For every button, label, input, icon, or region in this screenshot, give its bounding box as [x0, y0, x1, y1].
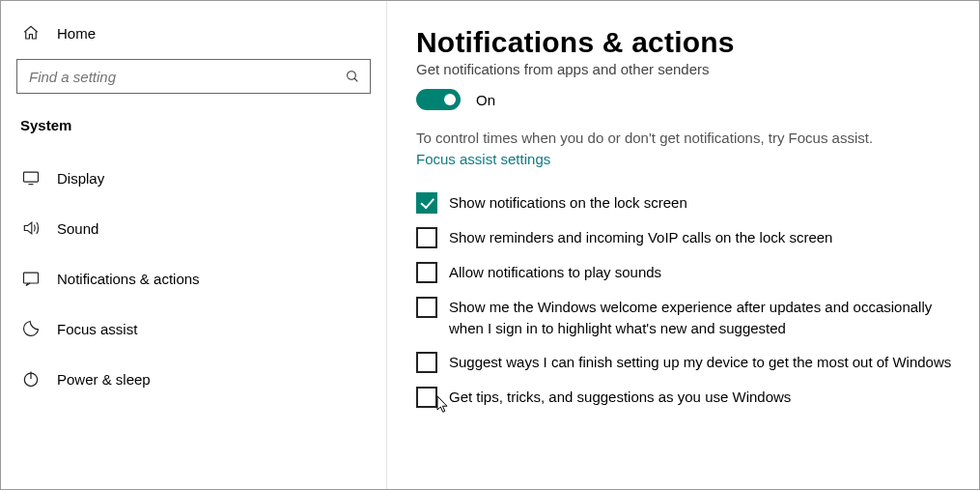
checkbox-icon[interactable] [416, 352, 437, 373]
option-tips-tricks[interactable]: Get tips, tricks, and suggestions as you… [416, 387, 956, 408]
checkbox-icon[interactable] [416, 387, 437, 408]
home-icon [20, 24, 42, 42]
option-label: Show reminders and incoming VoIP calls o… [449, 227, 832, 248]
display-icon [20, 168, 42, 187]
sidebar: Home System Display Sound [1, 1, 387, 489]
sidebar-item-label: Power & sleep [57, 371, 151, 388]
notifications-icon [20, 269, 42, 288]
page-title: Notifications & actions [416, 26, 956, 59]
main-content: Notifications & actions Get notification… [387, 1, 979, 489]
power-icon [20, 369, 42, 389]
toggle-state-label: On [476, 92, 495, 108]
sidebar-item-notifications[interactable]: Notifications & actions [1, 253, 386, 303]
sidebar-item-label: Display [57, 170, 104, 187]
option-label: Show me the Windows welcome experience a… [449, 297, 956, 339]
focus-assist-link[interactable]: Focus assist settings [416, 151, 956, 167]
checkbox-icon[interactable] [416, 297, 437, 318]
sidebar-item-label: Focus assist [57, 321, 137, 337]
checkbox-icon[interactable] [416, 262, 437, 283]
svg-line-1 [354, 78, 357, 81]
home-label: Home [57, 25, 96, 42]
search-icon [345, 69, 360, 84]
option-voip-lockscreen[interactable]: Show reminders and incoming VoIP calls o… [416, 227, 956, 248]
group-header-system: System [1, 111, 386, 153]
sidebar-item-focus-assist[interactable]: Focus assist [1, 303, 386, 354]
option-welcome-experience[interactable]: Show me the Windows welcome experience a… [416, 297, 956, 339]
option-play-sounds[interactable]: Allow notifications to play sounds [416, 262, 956, 283]
sidebar-item-sound[interactable]: Sound [1, 203, 386, 253]
focus-assist-hint: To control times when you do or don't ge… [416, 128, 956, 149]
subtitle-cutoff: Get notifications from apps and other se… [416, 61, 956, 77]
sidebar-item-label: Notifications & actions [57, 271, 200, 287]
option-label: Allow notifications to play sounds [449, 262, 661, 283]
option-label: Show notifications on the lock screen [449, 192, 687, 214]
focus-assist-icon [20, 319, 42, 338]
checkbox-icon[interactable] [416, 192, 437, 214]
checkbox-icon[interactable] [416, 227, 437, 248]
sidebar-item-display[interactable]: Display [1, 153, 386, 203]
svg-rect-2 [24, 172, 39, 182]
sound-icon [20, 218, 42, 238]
toggle-knob [444, 94, 456, 105]
home-link[interactable]: Home [1, 18, 386, 59]
search-box[interactable] [16, 59, 371, 94]
option-label: Suggest ways I can finish setting up my … [449, 352, 951, 373]
notifications-toggle[interactable] [416, 89, 461, 110]
option-lock-screen-notifications[interactable]: Show notifications on the lock screen [416, 192, 956, 214]
option-label: Get tips, tricks, and suggestions as you… [449, 387, 791, 408]
option-finish-setup[interactable]: Suggest ways I can finish setting up my … [416, 352, 956, 373]
search-input[interactable] [17, 60, 370, 93]
svg-rect-4 [24, 273, 39, 283]
sidebar-item-power-sleep[interactable]: Power & sleep [1, 354, 386, 404]
sidebar-item-label: Sound [57, 220, 98, 237]
